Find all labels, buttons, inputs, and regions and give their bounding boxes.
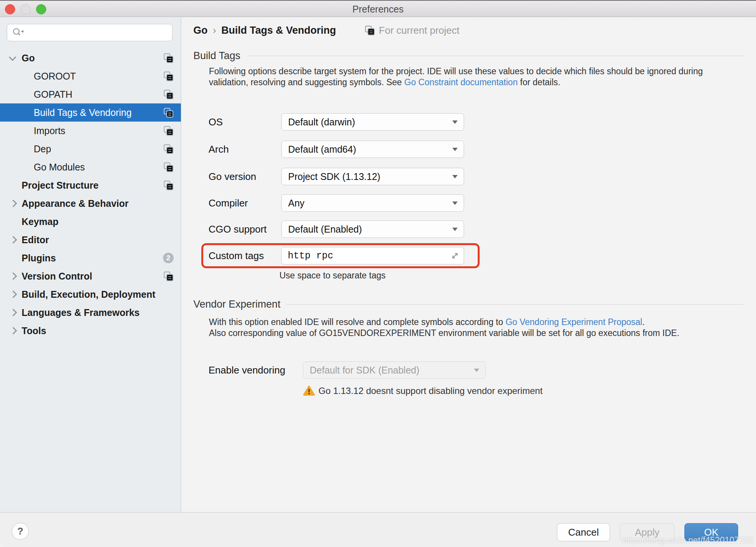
- sidebar-item-appearance-behavior[interactable]: Appearance & Behavior: [0, 194, 181, 213]
- enable-vendoring-dropdown: Default for SDK (Enabled): [303, 361, 486, 379]
- os-label: OS: [209, 113, 223, 131]
- cgo-support-dropdown[interactable]: Default (Enabled): [281, 220, 464, 238]
- chevron-right-icon[interactable]: [9, 309, 17, 316]
- title-bar: Preferences: [0, 0, 756, 17]
- dropdown-caret-icon: [452, 202, 458, 205]
- warning-icon: [303, 385, 315, 397]
- compiler-dropdown[interactable]: Any: [281, 194, 464, 212]
- sidebar-item-goroot[interactable]: GOROOT: [0, 67, 181, 85]
- search-input[interactable]: [27, 25, 172, 40]
- sidebar-item-build-execution-deployment[interactable]: Build, Execution, Deployment: [0, 285, 181, 303]
- breadcrumb: Go › Build Tags & Vendoring For current …: [193, 22, 460, 39]
- per-project-icon: [163, 162, 174, 172]
- apply-button: Apply: [620, 523, 674, 541]
- enable-vendoring-row: Enable vendoring Default for SDK (Enable…: [182, 361, 756, 379]
- chevron-down-icon[interactable]: [9, 53, 16, 61]
- window-title: Preferences: [0, 1, 756, 17]
- sidebar-item-imports[interactable]: Imports: [0, 122, 181, 140]
- build-tags-section-header: Build Tags: [193, 50, 744, 61]
- custom-tags-hint: Use space to separate tags: [279, 270, 386, 281]
- vendor-experiment-section-header: Vendor Experiment: [193, 299, 744, 310]
- chevron-right-icon[interactable]: [9, 200, 17, 207]
- sidebar-item-keymap[interactable]: Keymap: [0, 213, 181, 231]
- os-row: OS Default (darwin): [182, 113, 756, 131]
- per-project-icon: [365, 25, 375, 36]
- cancel-button[interactable]: Cancel: [557, 523, 610, 541]
- vendor-experiment-description: With this option enabled IDE will resolv…: [209, 317, 679, 339]
- go-version-dropdown[interactable]: Project SDK (1.13.12): [281, 168, 464, 185]
- go-constraint-documentation-link[interactable]: Go Constraint documentation: [404, 77, 518, 87]
- compiler-label: Compiler: [209, 194, 248, 212]
- sidebar-item-plugins[interactable]: Plugins 2: [0, 249, 181, 267]
- arch-dropdown[interactable]: Default (amd64): [281, 141, 464, 158]
- per-project-icon: [163, 108, 174, 118]
- ok-button[interactable]: OK: [684, 523, 738, 541]
- os-dropdown[interactable]: Default (darwin): [281, 113, 464, 131]
- arch-row: Arch Default (amd64): [182, 141, 756, 158]
- sidebar-item-project-structure[interactable]: Project Structure: [0, 176, 181, 194]
- expand-field-icon[interactable]: [450, 250, 460, 261]
- dropdown-caret-icon: [474, 369, 479, 372]
- chevron-right-icon[interactable]: [9, 272, 17, 280]
- settings-tree: Go GOROOT GOPATH Build Tags & Vendoring: [0, 49, 181, 340]
- build-tags-description: Following options describe target system…: [209, 66, 703, 88]
- per-project-icon: [163, 71, 174, 81]
- go-vendoring-proposal-link[interactable]: Go Vendoring Experiment Proposal: [505, 317, 642, 327]
- search-box[interactable]: [7, 24, 173, 41]
- per-project-icon: [163, 89, 174, 100]
- custom-tags-label: Custom tags: [209, 247, 264, 264]
- arch-label: Arch: [209, 141, 229, 158]
- sidebar-item-languages-frameworks[interactable]: Languages & Frameworks: [0, 303, 181, 322]
- chevron-right-icon[interactable]: [9, 236, 17, 244]
- sidebar-item-build-tags-vendoring[interactable]: Build Tags & Vendoring: [0, 103, 181, 122]
- vendoring-warning: Go 1.13.12 doesnt support disabling vend…: [303, 385, 543, 397]
- per-project-icon: [163, 53, 174, 63]
- sidebar-item-dep[interactable]: Dep: [0, 140, 181, 158]
- search-icon: [12, 27, 25, 38]
- chevron-right-icon[interactable]: [9, 327, 17, 334]
- chevron-right-icon[interactable]: [9, 291, 17, 298]
- sidebar-item-go-modules[interactable]: Go Modules: [0, 158, 181, 176]
- compiler-row: Compiler Any: [182, 194, 756, 212]
- section-divider: [287, 304, 744, 305]
- sidebar-item-go[interactable]: Go: [0, 49, 181, 67]
- custom-tags-row: Custom tags: [182, 247, 756, 264]
- dropdown-caret-icon: [452, 148, 458, 151]
- enable-vendoring-label: Enable vendoring: [209, 361, 285, 379]
- dropdown-caret-icon: [452, 175, 458, 178]
- per-project-icon: [163, 126, 174, 136]
- sidebar-item-tools[interactable]: Tools: [0, 322, 181, 340]
- plugins-count-badge: 2: [163, 253, 174, 263]
- scope-indicator: For current project: [365, 25, 459, 36]
- help-button[interactable]: ?: [12, 523, 29, 540]
- search-options-caret-icon: [21, 31, 24, 33]
- per-project-icon: [163, 271, 174, 281]
- scope-label: For current project: [379, 25, 459, 36]
- sidebar-item-editor[interactable]: Editor: [0, 231, 181, 249]
- settings-sidebar: Go GOROOT GOPATH Build Tags & Vendoring: [0, 17, 181, 512]
- cgo-support-row: CGO support Default (Enabled): [182, 220, 756, 238]
- go-version-label: Go version: [209, 168, 256, 185]
- go-version-row: Go version Project SDK (1.13.12): [182, 168, 756, 185]
- sidebar-item-gopath[interactable]: GOPATH: [0, 85, 181, 103]
- sidebar-item-version-control[interactable]: Version Control: [0, 267, 181, 285]
- per-project-icon: [163, 180, 174, 191]
- cgo-support-label: CGO support: [209, 220, 267, 238]
- page-title: Build Tags & Vendoring: [221, 25, 336, 36]
- breadcrumb-separator: ›: [213, 25, 216, 36]
- settings-content: Go › Build Tags & Vendoring For current …: [182, 17, 756, 512]
- section-divider: [246, 56, 744, 56]
- breadcrumb-go[interactable]: Go: [193, 25, 208, 36]
- dropdown-caret-icon: [452, 120, 458, 124]
- dropdown-caret-icon: [452, 228, 458, 231]
- per-project-icon: [163, 144, 174, 154]
- preferences-window: Preferences Go GOROOT: [0, 0, 756, 547]
- custom-tags-input[interactable]: [281, 247, 464, 264]
- warning-text: Go 1.13.12 doesnt support disabling vend…: [318, 385, 543, 397]
- dialog-footer: ? Cancel Apply OK: [0, 512, 756, 547]
